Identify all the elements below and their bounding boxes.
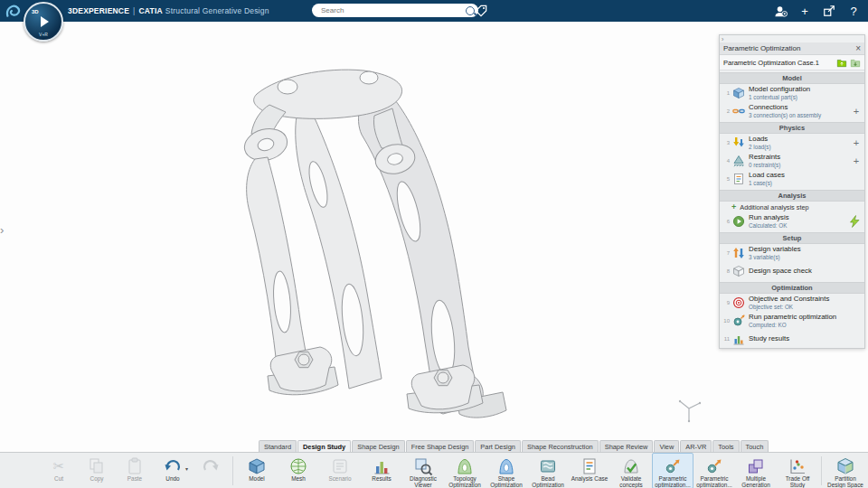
mesh-icon — [288, 456, 308, 476]
panel-header[interactable]: Parametric Optimization × — [720, 42, 864, 55]
results-icon — [372, 456, 392, 476]
run-analysis-icon — [732, 215, 745, 228]
tab-view[interactable]: View — [654, 440, 679, 452]
tool-copy[interactable]: Copy — [78, 453, 116, 488]
tool-undo[interactable]: ▾Undo — [154, 453, 192, 488]
tool-validate-concepts[interactable]: Validate concepts — [610, 453, 652, 488]
item-number: 4 — [722, 158, 730, 164]
run-analysis-flash-icon[interactable] — [848, 215, 861, 228]
tool-topology-optimization[interactable]: Topology Optimization — [444, 453, 486, 488]
panel-item-design-variables[interactable]: 7Design variables3 variable(s) — [720, 244, 864, 262]
dassault-3ds-logo[interactable] — [5, 3, 21, 19]
panel-item-loads[interactable]: 3Loads2 load(s)+ — [720, 134, 864, 152]
item-sublabel: Computed: KO — [749, 322, 836, 328]
tab-shape-design[interactable]: Shape Design — [352, 440, 404, 452]
left-panel-expander-icon[interactable]: › — [0, 224, 4, 236]
tool-scenario[interactable]: Scenario — [319, 453, 361, 488]
share-icon[interactable] — [822, 4, 836, 18]
item-text: Load cases1 case(s) — [749, 172, 785, 186]
tab-shape-review[interactable]: Shape Review — [599, 440, 654, 452]
add-connections-button[interactable]: + — [852, 106, 861, 117]
panel-item-restraints[interactable]: 4Restraints0 restraint(s)+ — [720, 152, 864, 170]
compass-play-icon[interactable] — [41, 16, 49, 27]
case-row[interactable]: Parametric Optimization Case.1 — [720, 55, 864, 70]
item-sublabel: 2 load(s) — [749, 144, 771, 150]
tool-cut[interactable]: ✂Cut — [40, 453, 78, 488]
load-cases-icon — [732, 173, 745, 185]
parametric-optimization-icon — [663, 456, 683, 476]
tool-label: Trade Off Study — [778, 476, 817, 488]
panel-item-run-analysis[interactable]: 6Run analysisCalculated: OK — [720, 212, 864, 230]
panel-collapse-icon[interactable]: › — [720, 35, 864, 42]
panel-item-design-space-check[interactable]: 8Design space check — [720, 262, 864, 280]
close-icon[interactable]: × — [855, 44, 861, 53]
panel-item-run-parametric-optimization[interactable]: 10Run parametric optimizationComputed: K… — [720, 312, 864, 330]
restraints-icon — [732, 155, 745, 167]
tab-free-shape-design[interactable]: Free Shape Design — [406, 440, 475, 452]
tool-parametric-optimization[interactable]: Parametric optimization... — [693, 453, 735, 488]
axis-triad-icon[interactable] — [673, 390, 705, 427]
add-step-icon: + — [731, 202, 736, 211]
tab-tools[interactable]: Tools — [712, 440, 739, 452]
item-number: 2 — [722, 108, 730, 114]
item-number: 3 — [722, 140, 730, 145]
item-label: Run analysis — [749, 214, 789, 222]
add-icon[interactable]: + — [797, 4, 812, 18]
case-export-icon[interactable] — [836, 57, 847, 68]
tool-label: Undo — [155, 476, 191, 488]
compass-widget[interactable]: 3D V+R — [24, 2, 63, 42]
tool-redo[interactable] — [192, 453, 230, 488]
panel-item-objective-and-constraints[interactable]: 9Objective and ConstraintsObjective set:… — [720, 294, 864, 312]
tool-multiple-generation[interactable]: Multiple Generation — [735, 453, 777, 488]
tool-model[interactable]: Model — [236, 453, 278, 488]
tool-parametric-optimization[interactable]: Parametric optimization... — [652, 453, 693, 488]
paste-icon — [125, 456, 145, 476]
app-title: 3DEXPERIENCE|CATIAStructural Generative … — [68, 6, 269, 15]
tool-label: Copy — [79, 476, 115, 488]
panel-item-load-cases[interactable]: 5Load cases1 case(s) — [720, 170, 864, 188]
panel-item-study-results[interactable]: 11Study results — [720, 330, 864, 348]
tab-standard[interactable]: Standard — [259, 440, 297, 452]
tab-ar-vr[interactable]: AR-VR — [680, 440, 712, 452]
help-icon[interactable]: ? — [846, 4, 861, 18]
item-sublabel: Calculated: OK — [749, 222, 789, 229]
search-input[interactable] — [319, 5, 466, 15]
tag-icon[interactable] — [474, 4, 488, 18]
panel-body: Model1Model configuration1 contextual pa… — [720, 72, 864, 348]
search-bar — [312, 4, 478, 17]
tool-mesh[interactable]: Mesh — [278, 453, 319, 488]
add-loads-button[interactable]: + — [852, 137, 861, 148]
tab-shape-reconstruction[interactable]: Shape Reconstruction — [522, 440, 599, 452]
case-import-icon[interactable] — [850, 57, 861, 68]
tool-label: Paste — [117, 476, 153, 488]
tool-results[interactable]: Results — [361, 453, 402, 488]
bracket-3d-model[interactable] — [172, 54, 533, 443]
section-header-model: Model — [720, 72, 864, 84]
compass-3d-label: 3D — [32, 9, 39, 14]
tab-design-study[interactable]: Design Study — [297, 440, 351, 452]
item-label: Run parametric optimization — [749, 314, 836, 322]
panel-item-model-configuration[interactable]: 1Model configuration1 contextual part(s) — [720, 84, 864, 102]
tab-touch[interactable]: Touch — [741, 440, 769, 452]
workbench-tabs: StandardDesign StudyShape DesignFree Sha… — [259, 440, 769, 452]
item-text: Run parametric optimizationComputed: KO — [749, 314, 836, 328]
item-label: Objective and Constraints — [749, 296, 829, 304]
cut-icon: ✂ — [49, 456, 69, 476]
user-settings-icon[interactable] — [773, 4, 788, 18]
tool-analysis-case[interactable]: Analysis Case — [569, 453, 610, 488]
item-sublabel: 1 case(s) — [749, 180, 785, 186]
dropdown-caret-icon[interactable]: ▾ — [185, 465, 188, 472]
tool-shape-optimization[interactable]: Shape Optimization — [486, 453, 527, 488]
tool-label: Results — [362, 476, 401, 488]
add-restraints-button[interactable]: + — [852, 155, 861, 166]
tool-diagnostic-viewer[interactable]: Diagnostic Viewer — [402, 453, 444, 488]
tool-trade-off-study[interactable]: Trade Off Study — [777, 453, 818, 488]
tab-part-design[interactable]: Part Design — [475, 440, 521, 452]
panel-item-connections[interactable]: 2Connections3 connection(s) on assembly+ — [720, 102, 864, 120]
topbar-right-icons: + ? — [773, 0, 861, 22]
tool-paste[interactable]: Paste — [116, 453, 154, 488]
tool-bead-optimization[interactable]: Bead Optimization — [527, 453, 569, 488]
item-text: Design variables3 variable(s) — [749, 246, 801, 260]
additional-analysis-step[interactable]: +Additional analysis step — [720, 202, 864, 212]
tool-partition-design-space[interactable]: Partition Design Space — [825, 453, 866, 488]
